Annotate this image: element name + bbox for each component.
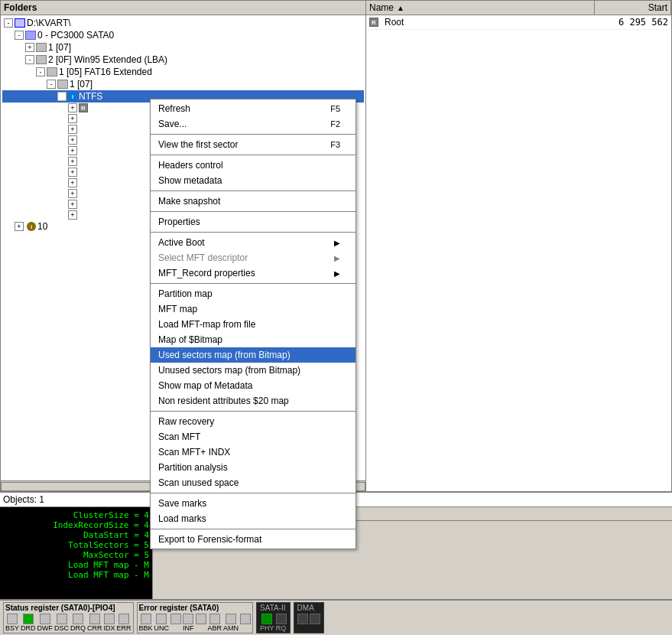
bit-amn-label: AMN	[223, 624, 239, 632]
menu-item-partition-map[interactable]: Partition map	[151, 286, 355, 301]
col-header-start[interactable]: Start	[595, 1, 671, 15]
expand-ntfs-sub7[interactable]: +	[68, 168, 77, 177]
expand-ntfs-sub10[interactable]: +	[68, 200, 77, 209]
tree-item-part2[interactable]: - 2 [0F] Win95 Extended (LBA)	[2, 54, 364, 66]
menu-label-partition-analysis: Partition analysis	[158, 462, 228, 473]
bit-dwf-col: DWF	[37, 614, 54, 632]
expand-pc3000[interactable]: -	[15, 31, 24, 40]
drive-icon	[15, 18, 25, 28]
tree-item-part4[interactable]: - 1 [07]	[2, 78, 364, 90]
menu-item-load-mft-map[interactable]: Load MFT-map from file	[151, 317, 355, 332]
expand-drive[interactable]: -	[4, 18, 13, 28]
menu-item-partition-analysis[interactable]: Partition analysis	[151, 460, 355, 475]
bit-empty2-col	[196, 614, 206, 632]
expand-ntfs-sub1[interactable]: +	[68, 103, 77, 112]
menu-item-scan-unused-space[interactable]: Scan unused space	[151, 475, 355, 490]
expand-ntfs-sub2[interactable]: +	[68, 114, 77, 123]
bit-bsy-label: BSY	[5, 624, 19, 632]
menu-item-raw-recovery[interactable]: Raw recovery	[151, 414, 355, 429]
menu-item-save-marks[interactable]: Save marks	[151, 496, 355, 511]
menu-item-export-forensic[interactable]: Export to Forensic-format	[151, 532, 355, 547]
menu-item-scan-mft-indx[interactable]: Scan MFT+ INDX	[151, 444, 355, 460]
menu-item-select-mft: Select MFT descriptor ▶	[151, 250, 355, 265]
menu-label-view-first-sector: View the first sector	[158, 139, 238, 150]
info-line-2: IndexRecordSize = 4	[3, 520, 149, 530]
tree-item-part3[interactable]: - 1 [05] FAT16 Extended	[2, 66, 364, 78]
bit-unc-col: UNC	[154, 614, 170, 632]
menu-item-headers-control[interactable]: Headers control	[151, 158, 355, 173]
menu-label-show-map-metadata: Show map of Metadata	[158, 380, 252, 391]
objects-count: Objects: 1	[3, 494, 44, 505]
expand-ntfs-sub9[interactable]: +	[68, 189, 77, 198]
menu-label-mft-map: MFT map	[158, 304, 197, 314]
bit-bbk-col: BBK	[139, 614, 153, 632]
menu-label-active-boot: Active Boot	[158, 237, 205, 248]
menu-item-show-map-metadata[interactable]: Show map of Metadata	[151, 378, 355, 393]
menu-item-used-sectors-map[interactable]: Used sectors map (from Bitmap)	[151, 347, 355, 363]
bit-empty3	[240, 614, 251, 624]
bit-amn	[226, 614, 236, 624]
menu-label-export-forensic: Export to Forensic-format	[158, 534, 261, 545]
menu-item-mft-map[interactable]: MFT map	[151, 301, 355, 317]
tree-item-pc3000[interactable]: - 0 - PC3000 SATA0	[2, 29, 364, 41]
error-register-label: Error register (SATA0)	[139, 604, 252, 612]
expand-ntfs-sub11[interactable]: +	[68, 210, 77, 220]
expand-ntfs-sub5[interactable]: +	[68, 146, 77, 155]
expand-part4[interactable]: -	[47, 80, 56, 89]
bit-crr-col: CRR	[87, 614, 102, 632]
bit-inf	[183, 614, 193, 624]
tree-label-part3: 1 [05] FAT16 Extended	[59, 67, 152, 77]
menu-item-scan-mft[interactable]: Scan MFT	[151, 429, 355, 444]
sata2-phy-col: PHY	[260, 614, 274, 632]
bit-idx-col: IDX	[104, 614, 115, 632]
menu-separator-1	[151, 134, 355, 135]
expand-part2[interactable]: -	[25, 55, 34, 64]
menu-item-active-boot[interactable]: Active Boot ▶	[151, 235, 355, 250]
expand-ntfs-sub8[interactable]: +	[68, 178, 77, 187]
expand-part3[interactable]: -	[36, 67, 45, 77]
menu-item-refresh[interactable]: Refresh F5	[151, 101, 355, 116]
expand-ntfs-sub3[interactable]: +	[68, 125, 77, 134]
dma-bits-row	[297, 614, 320, 624]
expand-ntfs[interactable]: -	[57, 92, 67, 101]
sata2-rq-col: RQ	[276, 614, 287, 632]
menu-label-load-mft-map: Load MFT-map from file	[158, 319, 255, 330]
menu-item-non-resident[interactable]: Non resident attributes $20 map	[151, 393, 355, 409]
bit-bsy	[7, 614, 18, 624]
expand-ntfs-sub4[interactable]: +	[68, 135, 77, 145]
menu-item-show-metadata[interactable]: Show metadata	[151, 173, 355, 188]
menu-item-save[interactable]: Save... F2	[151, 116, 355, 132]
menu-shortcut-view-first-sector: F3	[330, 140, 340, 149]
menu-separator-2	[151, 155, 355, 155]
info-line-7: Load MFT map - M	[3, 570, 149, 580]
info-line-3: DataStart = 4	[3, 530, 149, 540]
menu-item-mft-record[interactable]: MFT_Record properties ▶	[151, 265, 355, 281]
status-register-label: Status register (SATA0)-[PIO4]	[5, 604, 131, 612]
menu-item-properties[interactable]: Properties	[151, 214, 355, 230]
tree-item-drive[interactable]: - D:\KVART\	[2, 17, 364, 29]
file-row-root[interactable]: R Root 6 295 562	[366, 15, 671, 30]
menu-item-view-first-sector[interactable]: View the first sector F3	[151, 137, 355, 152]
tree-label-part2: 2 [0F] Win95 Extended (LBA)	[48, 54, 167, 65]
menu-label-partition-map: Partition map	[158, 288, 213, 299]
expand-part10[interactable]: +	[15, 222, 24, 231]
folders-panel: Folders - D:\KVART\ - 0 - PC3000 SATA0 +…	[0, 0, 366, 492]
bit-dwf	[40, 614, 50, 624]
menu-item-make-snapshot[interactable]: Make snapshot	[151, 194, 355, 209]
menu-shortcut-save: F2	[330, 119, 340, 129]
tree-label-pc3000: 0 - PC3000 SATA0	[37, 30, 114, 41]
menu-label-refresh: Refresh	[158, 103, 190, 114]
ntfs-r-icon-1: R	[79, 103, 88, 112]
expand-ntfs-sub6[interactable]: +	[68, 157, 77, 166]
col-header-name[interactable]: Name ▲	[366, 1, 595, 15]
bit-inf-col: INF	[183, 614, 194, 632]
expand-part1[interactable]: +	[25, 43, 34, 52]
tree-item-part1[interactable]: + 1 [07]	[2, 41, 364, 54]
files-list: R Root 6 295 562	[366, 15, 671, 491]
menu-separator-5	[151, 232, 355, 233]
menu-item-map-bitmap[interactable]: Map of $Bitmap	[151, 332, 355, 347]
menu-item-load-marks[interactable]: Load marks	[151, 511, 355, 526]
menu-item-unused-sectors-map[interactable]: Unused sectors map (from Bitmap)	[151, 363, 355, 378]
sata2-rq-label: RQ	[276, 624, 287, 632]
sata2-section: SATA-II PHY RQ	[256, 602, 291, 633]
